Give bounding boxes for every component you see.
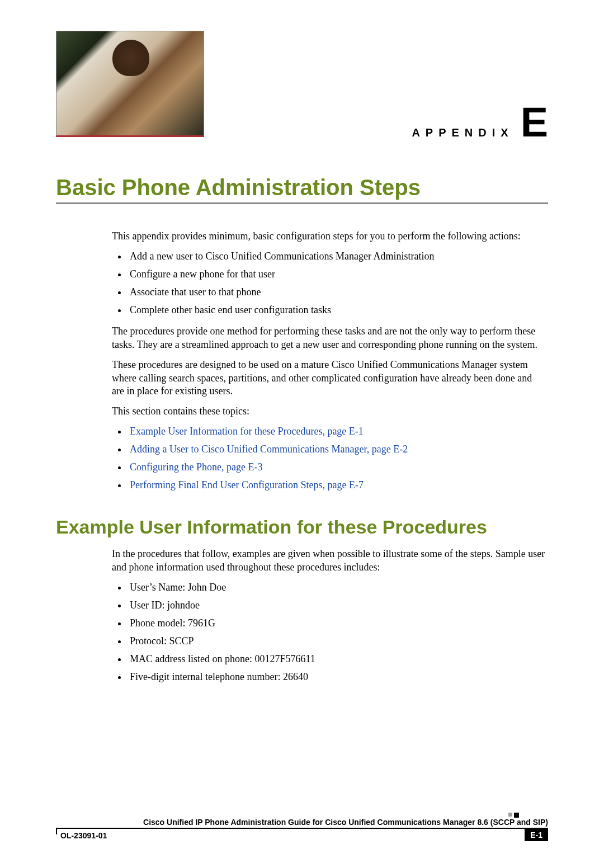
content-area: APPENDIX E Basic Phone Administration St… [56, 31, 548, 692]
method-paragraph: The procedures provide one method for pe… [112, 325, 545, 352]
list-item: Example User Information for these Proce… [128, 425, 545, 438]
document-page: APPENDIX E Basic Phone Administration St… [0, 0, 604, 868]
footer-tick-icon [56, 828, 57, 834]
list-item: Configure a new phone for that user [128, 268, 545, 281]
footer-square-icon [514, 813, 519, 818]
list-item: Phone model: 7961G [128, 617, 545, 630]
list-item: MAC address listed on phone: 00127F57661… [128, 653, 545, 666]
appendix-word: APPENDIX [412, 126, 513, 139]
list-item: Associate that user to that phone [128, 286, 545, 299]
header-photo [56, 31, 204, 137]
topics-list: Example User Information for these Proce… [112, 425, 545, 492]
topics-lead: This section contains these topics: [112, 405, 545, 418]
list-item: Adding a User to Cisco Unified Communica… [128, 443, 545, 456]
intro-paragraph: This appendix provides minimum, basic co… [112, 230, 545, 243]
topic-link-user-info[interactable]: Example User Information for these Proce… [130, 426, 364, 437]
example-paragraph: In the procedures that follow, examples … [112, 548, 545, 574]
list-item: Configuring the Phone, page E-3 [128, 461, 545, 474]
list-item: Performing Final End User Configuration … [128, 479, 545, 492]
footer-page-number: E-1 [525, 829, 548, 841]
list-item: User’s Name: John Doe [128, 581, 545, 595]
topic-link-add-user[interactable]: Adding a User to Cisco Unified Communica… [130, 444, 408, 455]
actions-list: Add a new user to Cisco Unified Communic… [112, 250, 545, 317]
footer-guide-title: Cisco Unified IP Phone Administration Gu… [56, 818, 548, 827]
footer-doc-id: OL-23091-01 [60, 831, 107, 840]
footer-square-icon [508, 813, 512, 817]
list-item: Five-digit internal telephone number: 26… [128, 671, 545, 684]
page-title: Basic Phone Administration Steps [56, 175, 548, 200]
list-item: Protocol: SCCP [128, 635, 545, 648]
title-rule [56, 202, 548, 204]
section-heading-user-info: Example User Information for these Proce… [56, 515, 545, 540]
footer-row: OL-23091-01 E-1 [56, 829, 548, 843]
topic-link-config-phone[interactable]: Configuring the Phone, page E-3 [130, 461, 262, 473]
appendix-header: APPENDIX E [56, 31, 548, 143]
page-footer: Cisco Unified IP Phone Administration Gu… [56, 818, 548, 843]
appendix-letter: E [521, 99, 548, 145]
body-text: This appendix provides minimum, basic co… [112, 230, 545, 684]
topic-link-final-steps[interactable]: Performing Final End User Configuration … [130, 479, 364, 490]
list-item: Complete other basic end user configurat… [128, 304, 545, 317]
list-item: User ID: johndoe [128, 599, 545, 612]
appendix-label-block: APPENDIX E [412, 108, 548, 139]
userinfo-list: User’s Name: John Doe User ID: johndoe P… [112, 581, 545, 684]
mature-paragraph: These procedures are designed to be used… [112, 358, 545, 399]
list-item: Add a new user to Cisco Unified Communic… [128, 250, 545, 263]
